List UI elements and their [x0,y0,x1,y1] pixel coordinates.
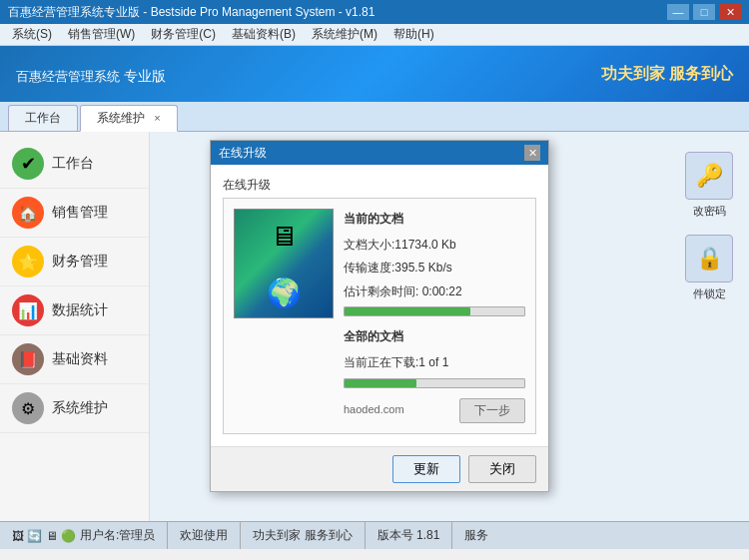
sidebar-label-workbench: 工作台 [52,155,94,173]
tab-workbench[interactable]: 工作台 [8,105,78,131]
sidebar-item-sys-maintenance[interactable]: ⚙ 系统维护 [0,384,149,433]
footer-link: haoded.com [344,400,404,420]
all-files-section: 全部的文档 当前正在下载:1 of 1 [344,326,525,387]
sales-icon: 🏠 [12,197,44,229]
close-button[interactable]: ✕ [719,4,741,20]
dialog-close-button[interactable]: ✕ [524,145,540,161]
status-icons: 🖼 🔄 🖥 🟢 [12,529,76,543]
remaining-time: 估计剩余时间: 0:00:22 [344,281,525,303]
status-welcome: 欢迎使用 [168,522,241,549]
menu-item-maintenance[interactable]: 系统维护(M) [304,24,385,45]
computer-illustration: 🖥 [270,220,298,253]
basedata-icon: 📕 [12,343,44,375]
sidebar-item-finance[interactable]: ⭐ 财务管理 [0,238,149,286]
dialog-title-text: 在线升级 [219,145,267,162]
dialog-inner: 🖥 🌍 当前的文档 文档大小:11734.0 Kb 传输速度:395.5 Kb/… [223,198,536,434]
stats-icon: 📊 [12,294,44,326]
sidebar-label-finance: 财务管理 [52,253,108,271]
title-bar: 百惠经营管理系统专业版 - Bestside Pro Management Sy… [0,0,749,24]
dialog-title-bar: 在线升级 ✕ [211,141,548,165]
sidebar-item-sales[interactable]: 🏠 销售管理 [0,189,149,238]
maximize-button[interactable]: □ [693,4,715,20]
all-files-heading: 全部的文档 [344,326,525,348]
downloading-status: 当前正在下载:1 of 1 [344,352,525,374]
status-version: 版本号 1.81 [366,522,453,549]
sidebar-item-base-data[interactable]: 📕 基础资料 [0,335,149,384]
dialog-outer-footer: 更新 关闭 [211,446,548,491]
transfer-speed: 传输速度:395.5 Kb/s [344,258,525,280]
status-username-text: 用户名:管理员 [80,527,155,544]
title-bar-text: 百惠经营管理系统专业版 - Bestside Pro Management Sy… [8,4,374,21]
dialog-overlay: 在线升级 ✕ 在线升级 🖥 🌍 [150,132,749,521]
current-file-heading: 当前的文档 [344,209,525,231]
app-slogan: 功夫到家 服务到心 [601,64,733,85]
status-bar: 🖼 🔄 🖥 🟢 用户名:管理员 欢迎使用 功夫到家 服务到心 版本号 1.81 … [0,521,749,549]
menu-item-base[interactable]: 基础资料(B) [224,24,304,45]
maintenance-icon: ⚙ [12,392,44,424]
dialog-section-title: 在线升级 [223,177,536,194]
sidebar-label-sales: 销售管理 [52,204,108,222]
tab-bar: 工作台 系统维护 × [0,102,749,132]
sidebar-item-stats[interactable]: 📊 数据统计 [0,286,149,335]
file-size: 文档大小:11734.0 Kb [344,235,525,257]
sidebar-item-workbench[interactable]: ✔ 工作台 [0,140,149,189]
all-files-progress-bar [344,378,525,388]
app-header: 百惠经营管理系统专业版 功夫到家 服务到心 [0,46,749,102]
status-slogan: 功夫到家 服务到心 [241,522,365,549]
workbench-icon: ✔ [12,148,44,180]
status-service: 服务 [452,522,500,549]
sidebar-label-maintenance: 系统维护 [52,399,108,417]
dialog-info: 当前的文档 文档大小:11734.0 Kb 传输速度:395.5 Kb/s 估计… [344,209,525,423]
dialog-image: 🖥 🌍 [234,209,334,318]
globe-illustration: 🌍 [267,277,302,309]
dialog-inner-footer: haoded.com 下一步 [344,394,525,423]
title-bar-controls: — □ ✕ [667,4,741,20]
sidebar-label-basedata: 基础资料 [52,350,108,368]
next-step-button[interactable]: 下一步 [459,398,525,423]
update-button[interactable]: 更新 [392,455,460,483]
dialog-image-row: 🖥 🌍 当前的文档 文档大小:11734.0 Kb 传输速度:395.5 Kb/… [234,209,525,423]
sidebar: ✔ 工作台 🏠 销售管理 ⭐ 财务管理 📊 数据统计 📕 基础资料 ⚙ 系统维护 [0,132,150,521]
menu-bar: 系统(S) 销售管理(W) 财务管理(C) 基础资料(B) 系统维护(M) 帮助… [0,24,749,46]
main-area: ✔ 工作台 🏠 销售管理 ⭐ 财务管理 📊 数据统计 📕 基础资料 ⚙ 系统维护 [0,132,749,521]
all-files-progress-fill [345,379,416,387]
current-file-progress-fill [345,307,470,315]
minimize-button[interactable]: — [667,4,689,20]
menu-item-sales[interactable]: 销售管理(W) [60,24,143,45]
menu-item-finance[interactable]: 财务管理(C) [143,24,224,45]
dialog-close-action-button[interactable]: 关闭 [468,455,536,483]
online-upgrade-dialog: 在线升级 ✕ 在线升级 🖥 🌍 [210,140,549,492]
content-area: 🔑 改密码 🔒 件锁定 在线升级 ✕ 在线升级 [150,132,749,521]
app-title: 百惠经营管理系统专业版 [16,61,166,87]
dialog-body: 在线升级 🖥 🌍 当前的文档 文档大小:11734.0 Kb [211,165,548,446]
finance-icon: ⭐ [12,246,44,278]
menu-item-help[interactable]: 帮助(H) [385,24,442,45]
tab-close-icon[interactable]: × [154,112,160,124]
current-file-progress-bar [344,306,525,316]
tab-maintenance[interactable]: 系统维护 × [80,105,178,132]
menu-item-system[interactable]: 系统(S) [4,24,60,45]
status-username: 🖼 🔄 🖥 🟢 用户名:管理员 [0,522,168,549]
sidebar-label-stats: 数据统计 [52,301,108,319]
